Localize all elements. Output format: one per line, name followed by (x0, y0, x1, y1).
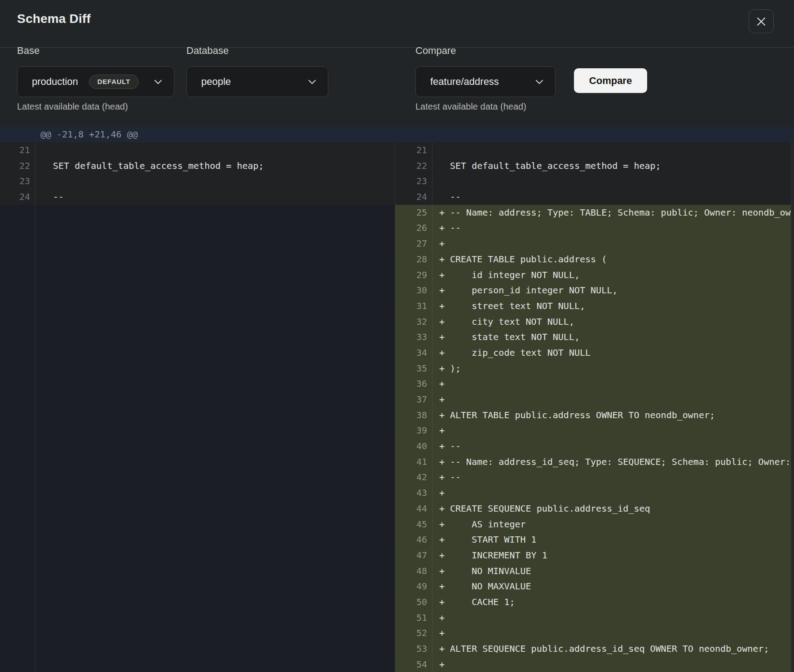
diff-line-compare-30: 30+ person_id integer NOT NULL, (395, 283, 791, 298)
diff-line-compare-33: 33+ state text NOT NULL, (395, 329, 791, 345)
line-number: 24 (0, 189, 35, 205)
line-number: 32 (395, 314, 432, 330)
diff-line-compare-27: 27+ (395, 236, 791, 252)
diff-sign: + (439, 579, 445, 594)
line-number: 39 (395, 423, 432, 438)
diff-line-compare-47: 47+ INCREMENT BY 1 (395, 548, 791, 563)
diff-sign: + (439, 407, 445, 423)
code-text: START WITH 1 (450, 532, 537, 548)
diff-line-compare-46: 46+ START WITH 1 (395, 532, 791, 548)
diff-sign: + (439, 532, 445, 548)
line-number: 26 (395, 220, 432, 236)
diff-sign (42, 142, 48, 158)
vertical-scrollbar[interactable] (791, 142, 794, 672)
diff-sign: + (439, 314, 445, 330)
diff-line-compare-45: 45+ AS integer (395, 517, 791, 532)
diff-sign (439, 189, 445, 205)
line-number: 40 (395, 438, 432, 454)
diff-line-compare-25: 25+-- Name: address; Type: TABLE; Schema… (395, 205, 791, 221)
code-text: CACHE 1; (450, 594, 515, 610)
diff-sign (439, 142, 445, 158)
line-number: 37 (395, 392, 432, 407)
code-text: -- (53, 189, 64, 205)
page-title: Schema Diff (17, 12, 91, 26)
line-number: 35 (395, 361, 432, 376)
diff-sign: + (439, 485, 445, 501)
compare-button[interactable]: Compare (574, 68, 647, 93)
close-icon (756, 16, 767, 27)
diff-sign: + (439, 517, 445, 532)
hunk-header: @@ -21,8 +21,46 @@ (0, 127, 794, 142)
code-text: city text NOT NULL, (450, 314, 574, 330)
code-text: NO MINVALUE (450, 563, 531, 579)
code-text: person_id integer NOT NULL, (450, 283, 618, 298)
diff-line-compare-41: 41+-- Name: address_id_seq; Type: SEQUEN… (395, 454, 791, 470)
line-number: 47 (395, 548, 432, 563)
diff-line-compare-43: 43+ (395, 485, 791, 501)
line-number: 27 (395, 236, 432, 252)
line-number: 43 (395, 485, 432, 501)
diff-sign: + (439, 610, 445, 626)
diff-line-compare-32: 32+ city text NOT NULL, (395, 314, 791, 330)
diff-sign: + (439, 641, 445, 657)
line-number: 41 (395, 454, 432, 470)
diff-sign: + (439, 267, 445, 283)
chevron-down-icon (308, 80, 316, 84)
default-badge: DEFAULT (89, 75, 139, 89)
line-number: 51 (395, 610, 432, 626)
diff-line-compare-26: 26+-- (395, 220, 791, 236)
base-branch-select[interactable]: production DEFAULT (17, 66, 174, 97)
code-text: SET default_table_access_method = heap; (53, 158, 264, 174)
code-text: -- (450, 189, 461, 205)
base-note: Latest available data (head) (17, 102, 128, 112)
diff-sign: + (439, 563, 445, 579)
diff-line-compare-37: 37+ (395, 392, 791, 407)
line-number: 23 (395, 173, 432, 189)
line-number: 53 (395, 641, 432, 657)
diff-sign: + (439, 220, 445, 236)
diff-sign: + (439, 345, 445, 361)
compare-note: Latest available data (head) (415, 102, 526, 112)
diff-line-compare-38: 38+ALTER TABLE public.address OWNER TO n… (395, 407, 791, 423)
code-text: CREATE TABLE public.address ( (450, 252, 607, 267)
code-text: -- (450, 469, 461, 485)
diff-sign: + (439, 392, 445, 407)
line-number: 21 (0, 142, 35, 158)
diff-line-compare-44: 44+CREATE SEQUENCE public.address_id_seq (395, 501, 791, 517)
header-divider (0, 47, 794, 48)
chevron-down-icon (154, 80, 162, 84)
database-select[interactable]: people (186, 66, 328, 97)
diff-sign: + (439, 469, 445, 485)
diff-line-compare-24: 24-- (395, 189, 791, 205)
compare-branch-select[interactable]: feature/address (415, 66, 556, 97)
close-button[interactable] (749, 9, 774, 33)
compare-label: Compare (415, 45, 456, 57)
code-text: zip_code text NOT NULL (450, 345, 591, 361)
schema-diff-modal: { "modal": { "title": "Schema Diff" }, "… (0, 0, 794, 672)
line-number: 50 (395, 594, 432, 610)
diff-line-compare-21: 21 (395, 142, 791, 158)
line-number: 33 (395, 329, 432, 345)
line-number: 25 (395, 205, 432, 221)
line-number: 52 (395, 625, 432, 641)
diff-line-compare-23: 23 (395, 173, 791, 189)
code-text: SET default_table_access_method = heap; (450, 158, 661, 174)
diff-sign: + (439, 252, 445, 267)
diff-sign: + (439, 657, 445, 672)
diff-pane-base: 2122SET default_table_access_method = he… (0, 142, 395, 672)
diff-panes: 2122SET default_table_access_method = he… (0, 142, 794, 672)
code-text: -- Name: address_id_seq; Type: SEQUENCE;… (450, 454, 794, 470)
code-text: -- (450, 438, 461, 454)
diff-line-compare-34: 34+ zip_code text NOT NULL (395, 345, 791, 361)
code-text: state text NOT NULL, (450, 329, 580, 345)
diff-line-compare-29: 29+ id integer NOT NULL, (395, 267, 791, 283)
diff-line-compare-31: 31+ street text NOT NULL, (395, 298, 791, 314)
line-number: 38 (395, 407, 432, 423)
code-text: AS integer (450, 517, 526, 532)
diff-sign: + (439, 548, 445, 563)
diff-sign: + (439, 438, 445, 454)
gutter-separator (35, 142, 35, 672)
base-branch-value: production (32, 76, 78, 88)
database-label: Database (186, 45, 229, 57)
diff-line-compare-40: 40+-- (395, 438, 791, 454)
